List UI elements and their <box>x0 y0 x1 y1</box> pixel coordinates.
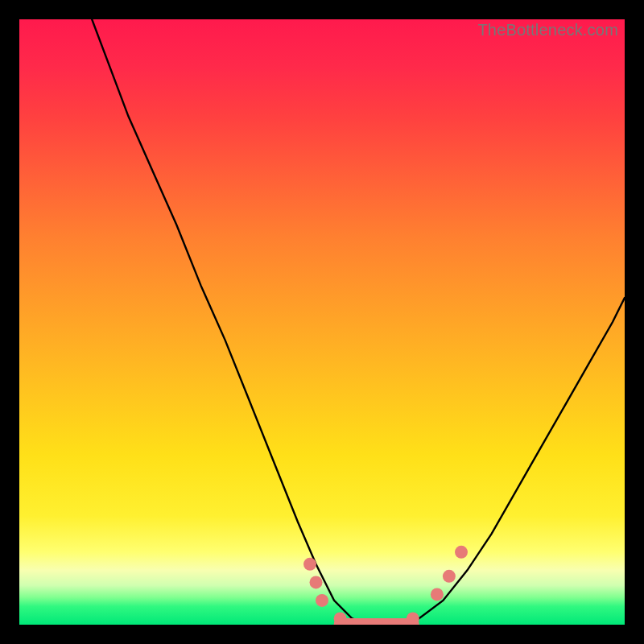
marker-left-cluster-2 <box>310 576 323 588</box>
marker-right-cluster-1 <box>431 588 444 601</box>
plot-area: TheBottleneck.com <box>19 19 625 625</box>
curve-markers <box>303 546 468 625</box>
chart-frame: TheBottleneck.com <box>0 0 644 644</box>
marker-right-cluster-2 <box>443 570 456 583</box>
marker-right-cluster-3 <box>455 546 468 559</box>
marker-trough-1 <box>334 613 347 625</box>
bottleneck-curve <box>92 19 625 625</box>
curve-layer <box>19 19 625 625</box>
marker-left-cluster-3 <box>316 594 328 607</box>
marker-trough-5 <box>407 613 419 625</box>
marker-left-cluster-1 <box>303 558 316 571</box>
